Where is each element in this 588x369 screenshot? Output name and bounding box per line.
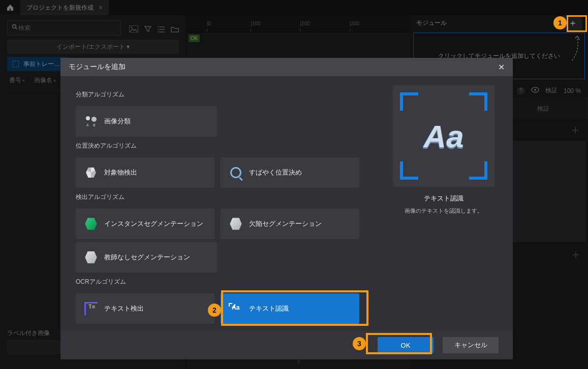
svg-text:A: A: [86, 123, 89, 127]
category-ocr: OCRアルゴリズム: [76, 278, 359, 286]
tile-text-recognition[interactable]: Aa テキスト認識: [221, 293, 359, 324]
ok-label: OK: [401, 342, 411, 349]
add-module-modal: モジュールを追加 ✕ 分類アルゴリズム AB 画像分類 位置決めアルゴリズム 対…: [60, 58, 513, 359]
tile-instance-segmentation[interactable]: インスタンスセグメンテーション: [76, 209, 214, 239]
hex-icon: [84, 165, 98, 180]
tile-label: 画像分類: [104, 117, 131, 126]
svg-point-13: [86, 116, 90, 120]
close-icon[interactable]: ✕: [498, 62, 505, 72]
tile-label: インスタンスセグメンテーション: [104, 219, 203, 228]
svg-text:B: B: [93, 123, 96, 127]
text-recog-icon: Aa: [229, 301, 243, 316]
tile-label: テキスト認識: [249, 304, 289, 313]
category-classification: 分類アルゴリズム: [76, 90, 359, 99]
tile-label: テキスト検出: [104, 304, 144, 313]
hex-grey-dot-icon: [84, 250, 98, 264]
callout-1: 1: [553, 16, 567, 29]
callout-3: 3: [353, 337, 366, 350]
text-detect-icon: [84, 301, 98, 316]
preview-title: テキスト認識: [390, 194, 498, 203]
tile-object-detection[interactable]: 対象物検出: [76, 157, 214, 188]
svg-point-14: [91, 117, 97, 122]
preview-box: Aa: [393, 85, 494, 187]
category-positioning: 位置決めアルゴリズム: [76, 142, 359, 150]
ok-button[interactable]: OK: [378, 337, 434, 353]
modal-title: モジュールを追加: [69, 62, 126, 72]
tile-label: 教師なしセグメンテーション: [104, 253, 190, 262]
tile-fast-positioning[interactable]: すばやく位置決め: [221, 157, 359, 188]
bolt-pair-icon: AB: [84, 114, 98, 128]
tile-label: 対象物検出: [104, 168, 137, 177]
tile-label: 欠陥セグメンテーション: [249, 219, 322, 228]
callout-2: 2: [208, 304, 221, 317]
cancel-button[interactable]: キャンセル: [443, 337, 499, 353]
preview-description: 画像のテキストを認識します。: [390, 207, 498, 215]
tile-text-detection[interactable]: テキスト検出: [76, 293, 214, 324]
cancel-label: キャンセル: [454, 341, 487, 350]
magnifier-icon: [229, 165, 243, 180]
tile-label: すばやく位置決め: [249, 168, 302, 177]
tile-image-classification[interactable]: AB 画像分類: [76, 106, 217, 137]
hex-green-icon: [84, 217, 98, 231]
preview-glyph: Aa: [423, 118, 463, 154]
hex-grey-icon: [229, 217, 243, 231]
category-detection: 検出アルゴリズム: [76, 193, 359, 202]
tile-unsupervised-segmentation[interactable]: 教師なしセグメンテーション: [76, 242, 217, 273]
tile-defect-segmentation[interactable]: 欠陥セグメンテーション: [221, 209, 359, 239]
